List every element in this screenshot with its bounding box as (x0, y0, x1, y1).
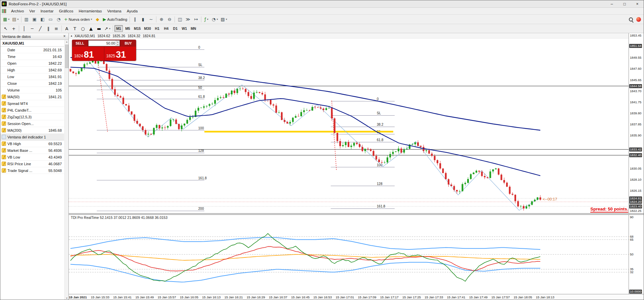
metaeditor-button[interactable]: ◆ (94, 16, 101, 23)
zoom-out-icon: ⊖ (168, 17, 171, 21)
line-chart-button[interactable]: ~ (147, 16, 155, 23)
data-window-row-value: 2021.01.15 (43, 48, 63, 52)
data-window-row-label: P4L CandleT... (7, 108, 62, 112)
svg-text:61.8: 61.8 (198, 95, 205, 99)
menu-item-archivo[interactable]: Archivo (8, 8, 27, 14)
timeframe-d1-button[interactable]: D1 (171, 25, 180, 32)
data-window-row: ƒVB High69.5523 (0, 140, 64, 147)
zoom-in-button[interactable]: ⊕ (158, 16, 165, 23)
data-window-button[interactable]: ▣ (31, 16, 38, 23)
strategy-tester-button[interactable]: ◔ (55, 16, 62, 23)
sell-price[interactable]: 1824 81 (72, 47, 104, 61)
text-label-button[interactable]: T (71, 25, 79, 32)
time-axis-label: 15 Jan 17:33 (425, 295, 443, 299)
chart-shift-button[interactable]: ↦ (192, 16, 200, 23)
timeframe-m30-button[interactable]: M30 (143, 25, 152, 32)
minimize-button[interactable]: – (605, 0, 618, 7)
terminal-button[interactable]: ▭ (47, 16, 54, 23)
profiles-button[interactable]: ▤▾ (11, 16, 19, 23)
market-watch-button[interactable]: ▥ (23, 16, 30, 23)
text-icon: A (65, 26, 68, 31)
lot-size-field[interactable]: 50.00 ▲ ▼ (88, 40, 120, 46)
search-icon[interactable] (629, 17, 633, 21)
data-window-row-value: 1845.68 (48, 128, 63, 132)
data-window-row-label: Volume (7, 88, 56, 92)
toolbar-separator (175, 16, 175, 22)
titlebar[interactable]: RoboForex-Pro-2 - [XAUUSD,M1] –□× (0, 0, 644, 8)
autotrading-button[interactable]: ▶AutoTrading (102, 16, 129, 23)
templates-button[interactable]: ▨▾ (219, 16, 228, 23)
data-window-row-label: Ventana del indicador 1 (7, 135, 62, 139)
periods-button[interactable]: ◔▾ (211, 16, 219, 23)
chart-canvas[interactable]: 0SL38.25061.8100128161.82000SL38.25061.8… (69, 33, 629, 213)
panel-separator[interactable] (69, 213, 644, 215)
maximize-button[interactable]: □ (618, 0, 631, 7)
auto-scroll-button[interactable]: ≫ (184, 16, 192, 23)
zoom-out-button[interactable]: ⊖ (166, 16, 173, 23)
trendline-icon: ╱ (39, 26, 42, 31)
crosshair-button[interactable]: + (10, 25, 17, 32)
indicator-icon: ƒ (2, 148, 6, 153)
scroll-down-icon[interactable]: ▼ (65, 296, 69, 300)
toolbar-separator (21, 16, 21, 22)
menu-item-graficos[interactable]: Gráficos (56, 8, 76, 14)
data-window-header[interactable]: Ventana de datos × (0, 33, 68, 40)
close-button[interactable]: × (631, 0, 644, 7)
timeframe-h1-button[interactable]: H1 (153, 25, 161, 32)
timeframe-m5-button[interactable]: M5 (123, 25, 132, 32)
candlestick-chart-button[interactable]: ▮ (139, 16, 147, 23)
new-chart-button[interactable]: ▦▾ (2, 16, 10, 23)
tile-windows-button[interactable]: ◫ (176, 16, 184, 23)
arrows-button[interactable]: ↗▾ (103, 25, 111, 32)
timeframe-mn-button[interactable]: MN (189, 25, 198, 32)
trendline-button[interactable]: ╱ (37, 25, 44, 32)
price-tick-label: 1845.65 (630, 78, 641, 82)
menu-item-ayuda[interactable]: Ayuda (124, 8, 140, 14)
price-axis[interactable]: 1853.451849.551847.601845.651843.701841.… (629, 33, 644, 294)
indicators-button[interactable]: ƒ▾ (203, 16, 210, 23)
scroll-up-icon[interactable]: ▲ (65, 40, 69, 44)
new-chart-icon: ▦ (3, 17, 7, 21)
timeframe-h4-button[interactable]: H4 (162, 25, 170, 32)
menu-item-insertar[interactable]: Insertar (38, 8, 56, 14)
sell-button[interactable]: SELL (72, 40, 88, 47)
text-button[interactable]: A (63, 25, 70, 32)
lot-increase-button[interactable]: ▲ (116, 41, 119, 43)
ellipse-button[interactable]: ○ (79, 25, 87, 32)
indicator-canvas[interactable] (69, 215, 629, 294)
indicator-badge-label: 10.0000 (629, 290, 642, 294)
time-axis[interactable]: 15 Jan 202115 Jan 15:3315 Jan 15:4115 Ja… (69, 294, 644, 300)
price-tick-label: 1837.85 (630, 122, 641, 126)
menu-item-herramientas[interactable]: Herramientas (76, 8, 104, 14)
price-tick-label: 1828.10 (630, 178, 641, 182)
vertical-line-button[interactable]: │ (20, 25, 28, 32)
close-icon[interactable]: × (62, 34, 67, 39)
lot-size-value[interactable]: 50.00 (89, 41, 116, 46)
menu-item-ventana[interactable]: Ventana (104, 8, 124, 14)
buy-price[interactable]: 1825 31 (104, 47, 136, 61)
menu-item-ver[interactable]: Ver (27, 8, 38, 14)
buy-button[interactable]: BUY (120, 40, 136, 47)
time-axis-label: 15 Jan 16:53 (313, 295, 332, 299)
cursor-button[interactable]: ↖ (2, 25, 9, 32)
svg-text:61.8: 61.8 (377, 138, 384, 142)
horizontal-line-button[interactable]: ─ (29, 25, 36, 32)
rectangle-button[interactable]: ▬ (95, 25, 103, 32)
lot-decrease-button[interactable]: ▼ (116, 43, 119, 46)
market-watch-icon: ▥ (24, 17, 28, 21)
indicator-panel[interactable]: TDI Pro RealTime 52.1415 37.0012 21.8609… (69, 215, 629, 294)
bar-chart-button[interactable]: ∥ (131, 16, 139, 23)
triangle-button[interactable]: ▲ (87, 25, 95, 32)
timeframe-w1-button[interactable]: W1 (180, 25, 189, 32)
new-order-button[interactable]: +Nueva orden▾ (63, 16, 93, 23)
price-tick-label: 1826.15 (630, 189, 641, 193)
fibonacci-button[interactable]: ≡ (53, 25, 60, 32)
timeframe-m15-button[interactable]: M15 (133, 25, 142, 32)
scrollbar[interactable]: ▲ ▼ (64, 40, 68, 300)
sell-price-small: 1824 (74, 54, 83, 58)
svg-text:SL: SL (377, 111, 381, 115)
navigator-button[interactable]: ◧ (39, 16, 46, 23)
timeframe-m1-button[interactable]: M1 (114, 25, 123, 32)
scrollbar-thumb[interactable] (65, 45, 68, 68)
channel-button[interactable]: ∥ (45, 25, 52, 32)
